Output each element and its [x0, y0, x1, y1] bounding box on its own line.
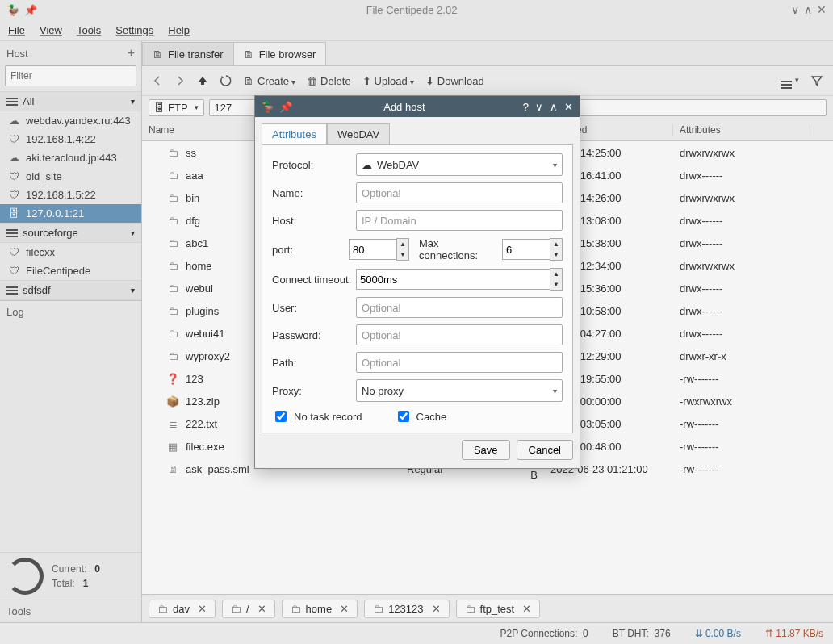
- port-stepper[interactable]: ▲▼: [396, 238, 409, 261]
- dialog-tab-attributes[interactable]: Attributes: [262, 123, 327, 144]
- maxconn-stepper[interactable]: ▲▼: [550, 238, 563, 261]
- path-field[interactable]: [356, 352, 563, 373]
- help-icon[interactable]: ?: [523, 101, 529, 113]
- timeout-stepper[interactable]: ▲▼: [550, 268, 563, 291]
- proxy-label: Proxy:: [272, 385, 356, 397]
- cache-checkbox[interactable]: Cache: [395, 408, 447, 424]
- dialog-app-icon: 🦆: [262, 101, 274, 113]
- cloud-icon: ☁: [362, 159, 372, 171]
- maxconn-label: Max connections:: [419, 237, 496, 261]
- port-label: port:: [272, 244, 349, 256]
- timeout-label: Connect timeout:: [272, 274, 356, 286]
- save-button[interactable]: Save: [462, 440, 510, 460]
- password-field[interactable]: [356, 324, 563, 345]
- user-label: User:: [272, 302, 356, 314]
- collapse-icon[interactable]: ∨: [535, 101, 543, 113]
- protocol-select-field[interactable]: ☁WebDAV▾: [356, 153, 563, 176]
- expand-icon[interactable]: ∧: [550, 101, 558, 113]
- protocol-label: Protocol:: [272, 159, 356, 171]
- dialog-pin-icon[interactable]: 📌: [279, 101, 292, 113]
- password-label: Password:: [272, 329, 356, 341]
- timeout-field[interactable]: [356, 269, 550, 290]
- user-field[interactable]: [356, 297, 563, 318]
- dialog-close-icon[interactable]: ✕: [564, 101, 573, 113]
- name-field[interactable]: [356, 182, 563, 203]
- maxconn-field[interactable]: [502, 239, 550, 260]
- proxy-select[interactable]: No proxy▾: [356, 379, 563, 402]
- host-field[interactable]: [356, 210, 563, 231]
- port-field[interactable]: [349, 239, 396, 260]
- host-label: Host:: [272, 215, 356, 227]
- path-label: Path:: [272, 357, 356, 369]
- dialog-tab-webdav[interactable]: WebDAV: [327, 123, 390, 144]
- cancel-button[interactable]: Cancel: [517, 440, 573, 460]
- dialog-title: Add host: [292, 101, 517, 113]
- add-host-dialog: 🦆 📌 Add host ? ∨ ∧ ✕ Attributes WebDAV P…: [254, 95, 580, 469]
- no-task-record-checkbox[interactable]: No task record: [272, 408, 362, 424]
- name-label: Name:: [272, 187, 356, 199]
